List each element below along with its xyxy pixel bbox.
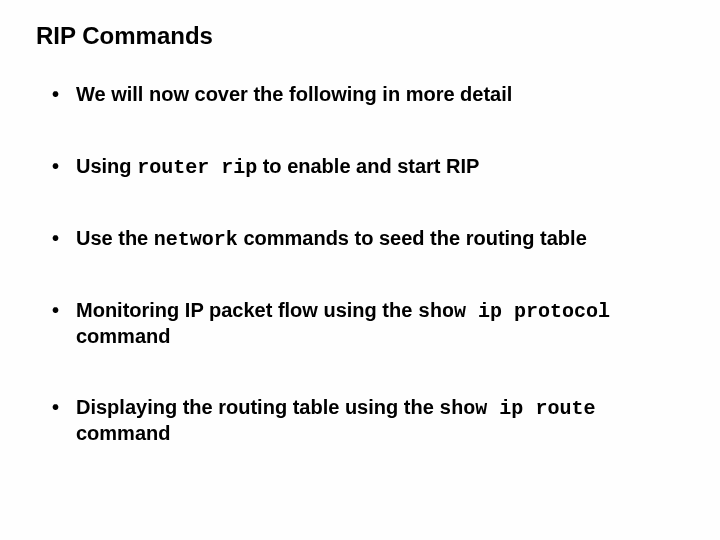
- bullet-text-post: command: [76, 325, 170, 347]
- bullet-text-post: command: [76, 422, 170, 444]
- bullet-code: router rip: [137, 156, 257, 179]
- list-item: Using router rip to enable and start RIP: [52, 154, 680, 180]
- bullet-code: network: [154, 228, 238, 251]
- bullet-text-pre: We will now cover the following in more …: [76, 83, 512, 105]
- bullet-code: show ip protocol: [418, 300, 610, 323]
- list-item: We will now cover the following in more …: [52, 82, 680, 108]
- bullet-text-pre: Monitoring IP packet flow using the: [76, 299, 418, 321]
- bullet-code: show ip route: [439, 397, 595, 420]
- bullet-text-pre: Use the: [76, 227, 154, 249]
- slide-title: RIP Commands: [36, 22, 690, 50]
- bullet-text-post: commands to seed the routing table: [238, 227, 587, 249]
- bullet-text-pre: Using: [76, 155, 137, 177]
- bullet-list: We will now cover the following in more …: [30, 82, 690, 446]
- list-item: Use the network commands to seed the rou…: [52, 226, 680, 252]
- list-item: Displaying the routing table using the s…: [52, 395, 680, 446]
- bullet-text-pre: Displaying the routing table using the: [76, 396, 439, 418]
- list-item: Monitoring IP packet flow using the show…: [52, 298, 680, 349]
- bullet-text-post: to enable and start RIP: [257, 155, 479, 177]
- slide: RIP Commands We will now cover the follo…: [0, 0, 720, 540]
